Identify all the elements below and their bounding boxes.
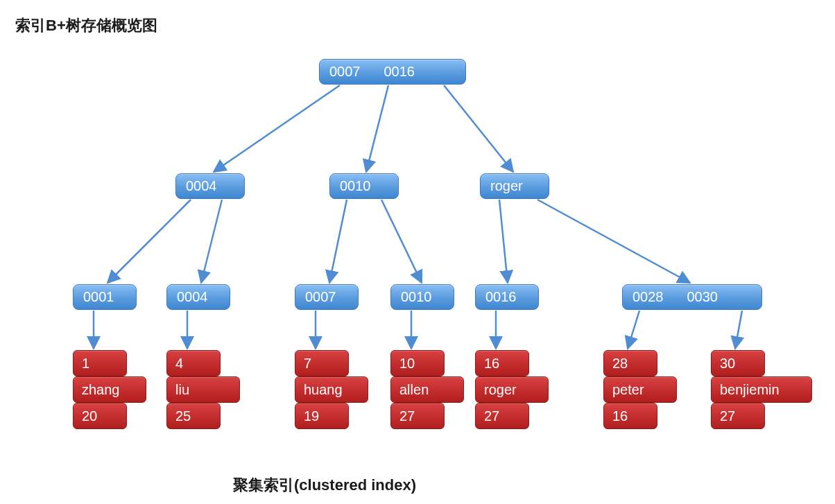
row-age: 27 — [475, 403, 529, 429]
node-key: 0004 — [186, 178, 217, 194]
leaf-key: 0007 — [305, 289, 336, 305]
svg-line-2 — [444, 85, 513, 172]
row-id: 10 — [390, 350, 445, 376]
data-row-4: 10 allen 27 — [390, 350, 464, 429]
diagram-caption: 聚集索引(clustered index) — [233, 475, 416, 496]
node-key: roger — [490, 178, 523, 194]
row-name: huang — [295, 376, 368, 403]
svg-line-3 — [107, 200, 191, 283]
leaf-node-6: 0028 0030 — [622, 284, 762, 310]
row-age: 27 — [711, 403, 765, 429]
data-row-2: 4 liu 25 — [166, 350, 240, 429]
row-id: 16 — [475, 350, 529, 376]
data-row-7: 30 benjiemin 27 — [711, 350, 812, 429]
row-id: 1 — [73, 350, 127, 376]
internal-node-3: roger — [480, 173, 549, 199]
svg-line-4 — [201, 200, 222, 283]
row-id: 28 — [603, 350, 657, 376]
internal-node-2: 0010 — [329, 173, 399, 199]
leaf-key: 0004 — [177, 289, 208, 305]
row-age: 27 — [390, 403, 445, 429]
leaf-key: 0001 — [83, 289, 114, 305]
row-name: zhang — [73, 376, 146, 403]
svg-line-0 — [214, 85, 340, 172]
diagram-title: 索引B+树存储概览图 — [15, 15, 157, 36]
row-name: liu — [166, 376, 240, 403]
internal-node-1: 0004 — [175, 173, 245, 199]
leaf-node-4: 0010 — [390, 284, 454, 310]
leaf-node-1: 0001 — [73, 284, 137, 310]
root-key-2: 0016 — [384, 64, 415, 80]
leaf-node-5: 0016 — [475, 284, 539, 310]
leaf-key: 0010 — [401, 289, 432, 305]
node-key: 0010 — [340, 178, 371, 194]
leaf-key-a: 0028 — [632, 289, 664, 305]
svg-line-8 — [537, 200, 690, 283]
svg-line-1 — [366, 85, 388, 172]
data-row-5: 16 roger 27 — [475, 350, 549, 429]
svg-line-7 — [499, 200, 508, 283]
row-age: 16 — [603, 403, 657, 429]
leaf-node-2: 0004 — [166, 284, 230, 310]
leaf-key-b: 0030 — [687, 289, 718, 305]
row-age: 20 — [73, 403, 127, 429]
row-id: 30 — [711, 350, 765, 376]
row-name: allen — [390, 376, 464, 403]
btree-root-node: 0007 0016 — [319, 59, 466, 85]
row-name: roger — [475, 376, 549, 403]
data-row-6: 28 peter 16 — [603, 350, 677, 429]
row-name: peter — [603, 376, 677, 403]
svg-line-14 — [628, 311, 639, 349]
data-row-1: 1 zhang 20 — [73, 350, 146, 429]
leaf-node-3: 0007 — [295, 284, 359, 310]
root-key-1: 0007 — [329, 64, 361, 80]
row-age: 19 — [295, 403, 349, 429]
row-id: 7 — [295, 350, 349, 376]
leaf-key: 0016 — [485, 289, 517, 305]
row-name: benjiemin — [711, 376, 812, 403]
svg-line-6 — [381, 200, 422, 283]
row-id: 4 — [166, 350, 221, 376]
row-age: 25 — [166, 403, 221, 429]
data-row-3: 7 huang 19 — [295, 350, 368, 429]
svg-line-15 — [735, 311, 742, 349]
svg-line-5 — [329, 200, 347, 283]
